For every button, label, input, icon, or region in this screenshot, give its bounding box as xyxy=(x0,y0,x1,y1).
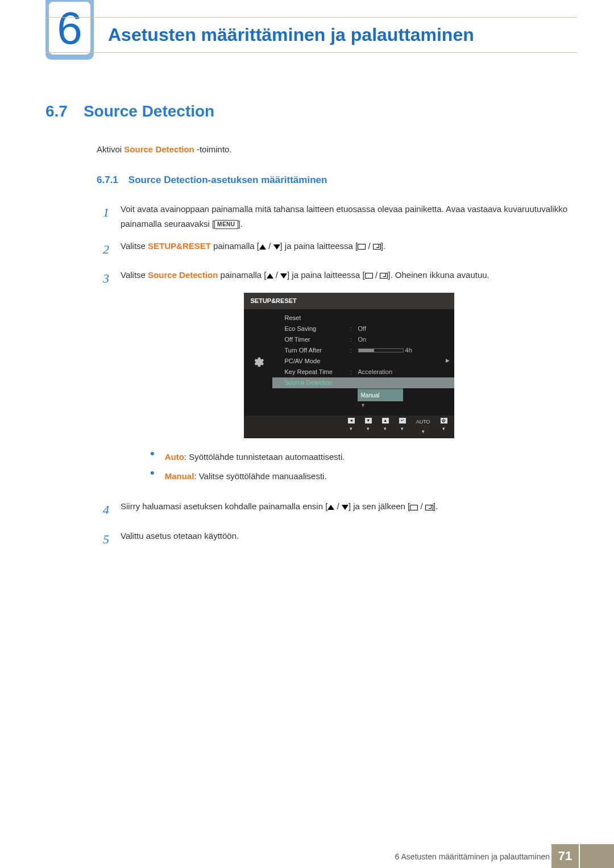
bullet-text: : Valitse syöttölähde manuaalisesti. xyxy=(194,471,326,481)
page-footer: 6 Asetusten määrittäminen ja palauttamin… xyxy=(0,842,614,868)
step-body: Voit avata avainoppaan painamalla mitä t… xyxy=(121,202,577,231)
footer-chapter-label: 6 Asetusten määrittäminen ja palauttamin… xyxy=(395,852,550,861)
step-body: Valitse Source Detection painamalla [ / … xyxy=(121,268,577,491)
osd-row-turnoff: Turn Off After: 4h xyxy=(272,345,454,356)
enter-icon xyxy=(373,244,381,250)
footer-strip xyxy=(580,844,614,868)
footer-page-number: 71 xyxy=(551,844,579,868)
step-number: 5 xyxy=(97,529,109,550)
bullet-dot-icon: • xyxy=(150,469,155,484)
bullet-keyword: Auto xyxy=(165,452,184,462)
osd-btn-power: ⏻▾ xyxy=(441,418,447,437)
step-body: Valitse SETUP&RESET painamalla [ / ] ja … xyxy=(121,239,577,260)
intro-suffix: -toiminto. xyxy=(194,144,232,154)
header-bar: Asetusten määrittäminen ja palauttaminen xyxy=(45,17,577,53)
step-2: 2 Valitse SETUP&RESET painamalla [ / ] j… xyxy=(97,239,577,260)
bullet-text: : Syöttölähde tunnistetaan automaattises… xyxy=(184,452,345,462)
step-4: 4 Siirry haluamasi asetuksen kohdalle pa… xyxy=(97,499,577,520)
main-content: 6.7 Source Detection Aktivoi Source Dete… xyxy=(45,102,577,558)
osd-row-reset: Reset xyxy=(272,313,454,323)
down-arrow-icon xyxy=(280,273,287,279)
step-number: 3 xyxy=(97,268,109,491)
slider-icon xyxy=(358,348,404,352)
down-chevron-icon: ▼ xyxy=(272,401,454,412)
source-icon xyxy=(365,273,373,279)
osd-menu: Reset Eco Saving:Off Off Timer:On Turn O… xyxy=(272,309,454,416)
step-number: 2 xyxy=(97,239,109,260)
enter-icon xyxy=(425,505,433,510)
step-1: 1 Voit avata avainoppaan painamalla mitä… xyxy=(97,202,577,231)
step-body: Valittu asetus otetaan käyttöön. xyxy=(121,529,577,550)
source-icon xyxy=(410,505,418,510)
up-arrow-icon xyxy=(327,505,334,510)
osd-sub-manual: Manual xyxy=(358,389,403,401)
section-number: 6.7 xyxy=(45,102,68,121)
osd-row-offtimer: Off Timer:On xyxy=(272,334,454,345)
bullet-dot-icon: • xyxy=(150,450,155,464)
step-3: 3 Valitse Source Detection painamalla [ … xyxy=(97,268,577,491)
osd-title: SETUP&RESET xyxy=(244,293,454,309)
section-title: Source Detection xyxy=(84,102,214,121)
subsection-title: Source Detection-asetuksen määrittäminen xyxy=(128,175,327,186)
bullet-keyword: Manual xyxy=(165,471,194,481)
down-arrow-icon xyxy=(342,505,349,510)
chevron-right-icon: ▶ xyxy=(446,356,450,365)
step-number: 1 xyxy=(97,202,109,231)
chapter-title: Asetusten määrittäminen ja palauttaminen xyxy=(108,24,474,45)
bullet-list: • Auto: Syöttölähde tunnistetaan automaa… xyxy=(150,450,577,483)
subsection-heading: 6.7.1 Source Detection-asetuksen määritt… xyxy=(97,175,577,186)
osd-icon-column xyxy=(244,309,272,416)
step-body: Siirry haluamasi asetuksen kohdalle pain… xyxy=(121,499,577,520)
setup-reset-keyword: SETUP&RESET xyxy=(148,241,211,251)
section-heading: 6.7 Source Detection xyxy=(45,102,577,121)
intro-prefix: Aktivoi xyxy=(97,144,124,154)
bullet-auto: • Auto: Syöttölähde tunnistetaan automaa… xyxy=(150,450,577,464)
steps-list: 1 Voit avata avainoppaan painamalla mitä… xyxy=(97,202,577,550)
osd-screenshot: SETUP&RESET Reset Eco Saving:Off Off Tim… xyxy=(244,293,454,439)
gear-icon xyxy=(251,355,265,369)
osd-row-pcav: PC/AV Mode▶ xyxy=(272,356,454,367)
osd-row-eco: Eco Saving:Off xyxy=(272,323,454,334)
intro-text: Aktivoi Source Detection -toiminto. xyxy=(97,144,577,154)
bullet-manual: • Manual: Valitse syöttölähde manuaalise… xyxy=(150,469,577,484)
osd-body: Reset Eco Saving:Off Off Timer:On Turn O… xyxy=(244,309,454,416)
osd-row-keyrepeat: Key Repeat Time:Acceleration xyxy=(272,367,454,377)
osd-row-source-detection: Source Detection:Auto xyxy=(272,377,454,388)
osd-bottom-bar: ◄▾ ▼▾ ▲▾ ↵▾ AUTO▾ ⏻▾ xyxy=(244,416,454,439)
up-arrow-icon xyxy=(259,244,266,250)
osd-btn-auto: AUTO▾ xyxy=(416,418,430,437)
down-arrow-icon xyxy=(273,244,280,250)
osd-btn-down: ▼▾ xyxy=(365,418,372,437)
intro-keyword: Source Detection xyxy=(124,144,194,154)
source-detection-keyword: Source Detection xyxy=(148,270,218,280)
step-5: 5 Valittu asetus otetaan käyttöön. xyxy=(97,529,577,550)
enter-icon xyxy=(380,273,388,279)
up-arrow-icon xyxy=(267,273,273,279)
osd-btn-enter: ↵▾ xyxy=(399,418,406,437)
step-number: 4 xyxy=(97,499,109,520)
osd-btn-back: ◄▾ xyxy=(348,418,355,437)
subsection-number: 6.7.1 xyxy=(97,175,118,186)
osd-btn-up: ▲▾ xyxy=(382,418,389,437)
menu-button-label: MENU xyxy=(214,220,238,229)
source-icon xyxy=(358,244,366,250)
